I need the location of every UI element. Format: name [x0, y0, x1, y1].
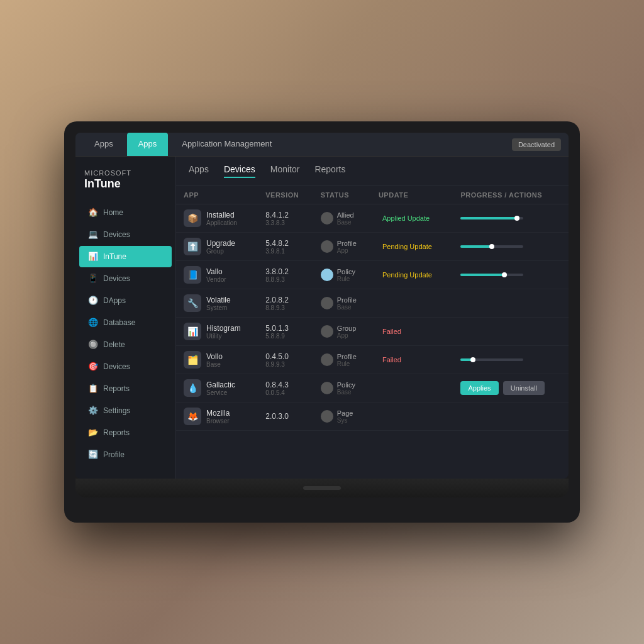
- app-name-text: Volatile: [206, 296, 231, 304]
- cell-status: Allied Base: [313, 204, 371, 233]
- cell-update: Pending Update: [371, 261, 453, 289]
- devices-icon-3: 🎯: [88, 362, 98, 372]
- version-main: 5.4.8.2: [265, 239, 305, 248]
- update-badge: Failed: [379, 326, 405, 336]
- sidebar-item-home[interactable]: 🏠 Home: [79, 202, 172, 223]
- home-icon: 🏠: [88, 208, 98, 218]
- app-sub-text: Base: [206, 361, 223, 368]
- progress-dot[interactable]: [470, 357, 475, 362]
- version-sub: 8.8.9.3: [265, 276, 305, 283]
- app-sub-text: Browser: [206, 418, 230, 425]
- table-row[interactable]: 🗂️ Vollo Base 0.4.5.0 8.9.9.3 Profile Ru…: [176, 346, 569, 374]
- devices-icon-2: 📱: [88, 274, 98, 284]
- status-sub: Base: [337, 219, 354, 226]
- cell-update: [371, 289, 453, 318]
- sidebar-item-settings[interactable]: ⚙️ Settings: [79, 400, 172, 421]
- table-row[interactable]: 📘 Vallo Vendor 3.8.0.2 8.8.9.3 Policy Ru…: [176, 261, 569, 289]
- profile-icon: 🔄: [88, 450, 98, 460]
- cell-app-name: 🦊 Mozilla Browser: [176, 402, 258, 431]
- status-sub: Base: [337, 304, 357, 311]
- col-update: Update: [371, 186, 453, 204]
- status-dot: [321, 212, 333, 225]
- cell-app-name: 🗂️ Vollo Base: [176, 346, 258, 374]
- sidebar-label-devices1: Devices: [103, 230, 130, 239]
- version-sub: 8.9.9.3: [265, 361, 305, 368]
- apply-button[interactable]: Applies: [460, 381, 498, 395]
- table-row[interactable]: 🔧 Volatile System 2.0.8.2 8.8.9.3 Profil…: [176, 289, 569, 318]
- progress-dot[interactable]: [514, 216, 519, 221]
- progress-bar: [460, 217, 523, 219]
- status-sub: Sys: [337, 417, 353, 424]
- status-dot: [321, 410, 333, 423]
- app-name-text: Vallo: [206, 267, 226, 276]
- sidebar-label-devices2: Devices: [103, 274, 130, 283]
- cell-status: Policy Rule: [313, 261, 371, 289]
- status-sub: App: [337, 332, 357, 339]
- version-main: 8.4.1.2: [265, 211, 305, 219]
- sidebar-item-reports1[interactable]: 📋 Reports: [79, 378, 172, 399]
- subnav-reports[interactable]: Reports: [314, 164, 345, 178]
- subnav-monitor[interactable]: Monitor: [270, 164, 300, 178]
- sidebar-label-reports1: Reports: [103, 384, 130, 393]
- cell-update: [371, 402, 453, 431]
- sidebar-item-delete[interactable]: 🔘 Delete: [79, 334, 172, 355]
- app-sub-text: Vendor: [206, 276, 226, 283]
- sidebar-item-profile[interactable]: 🔄 Profile: [79, 444, 172, 465]
- status-label: Policy: [337, 381, 355, 389]
- col-version: Version: [258, 186, 313, 204]
- app-name-text: Upgrade: [206, 239, 235, 248]
- status-dot: [321, 269, 333, 281]
- tab-apps-1[interactable]: Apps: [83, 133, 125, 156]
- app-icon: 📊: [184, 323, 201, 340]
- progress-bar: [460, 358, 523, 361]
- sidebar-label-database: Database: [103, 318, 135, 327]
- content-area: Microsoft InTune 🏠 Home 💻 Devices 📊 InTu…: [75, 157, 569, 479]
- status-label: Policy: [337, 268, 355, 275]
- sidebar-item-devices3[interactable]: 🎯 Devices: [79, 356, 172, 377]
- cell-progress: [453, 204, 569, 233]
- app-icon: 📦: [184, 209, 201, 227]
- progress-dot[interactable]: [502, 272, 507, 277]
- table-row[interactable]: 🦊 Mozilla Browser 2.0.3.0 Page Sys: [176, 402, 569, 431]
- progress-bar: [460, 245, 523, 248]
- subnav-devices[interactable]: Devices: [224, 164, 255, 178]
- progress-fill: [460, 217, 517, 219]
- progress-dot[interactable]: [489, 244, 494, 249]
- top-nav: Apps Apps Application Management Deactiv…: [75, 133, 569, 157]
- sidebar-item-reports2[interactable]: 📂 Reports: [79, 422, 172, 443]
- app-icon: 📘: [184, 266, 201, 284]
- col-status: Status: [313, 186, 371, 204]
- update-badge: Pending Update: [379, 270, 436, 280]
- app-name-text: Mozilla: [206, 409, 230, 418]
- uninstall-button[interactable]: Uninstall: [503, 381, 545, 395]
- sidebar-item-devices1[interactable]: 💻 Devices: [79, 224, 172, 245]
- status-label: Profile: [337, 353, 357, 360]
- table-row[interactable]: 📦 Installed Application 8.4.1.2 3.3.8.3 …: [176, 204, 569, 233]
- version-main: 0.4.5.0: [265, 352, 305, 361]
- version-sub: 3.3.8.3: [265, 219, 305, 226]
- cell-update: Pending Update: [371, 233, 453, 261]
- col-app: App: [176, 186, 258, 204]
- table-row[interactable]: 💧 Gallactic Service 0.8.4.3 0.0.5.4 Poli…: [176, 374, 569, 402]
- laptop-frame: Apps Apps Application Management Deactiv…: [64, 121, 580, 523]
- table-row[interactable]: 📊 Histogram Utility 5.0.1.3 5.8.8.9 Grou…: [176, 318, 569, 346]
- status-dot: [321, 353, 333, 366]
- tab-app-management[interactable]: Application Management: [170, 133, 283, 156]
- screen: Apps Apps Application Management Deactiv…: [75, 133, 569, 479]
- update-badge: Applied Update: [379, 213, 433, 223]
- cell-update: [371, 374, 453, 402]
- reports-icon-1: 📋: [88, 384, 98, 394]
- tab-apps-active[interactable]: Apps: [127, 133, 169, 156]
- version-sub: 3.9.8.1: [265, 248, 305, 255]
- sidebar-item-devices2[interactable]: 📱 Devices: [79, 268, 172, 289]
- sidebar-item-dapps[interactable]: 🕐 DApps: [79, 290, 172, 311]
- app-sub-text: System: [206, 304, 231, 311]
- sidebar-item-database[interactable]: 🌐 Database: [79, 312, 172, 333]
- sidebar-item-intune[interactable]: 📊 InTune: [79, 246, 172, 267]
- table-row[interactable]: ⬆️ Upgrade Group 5.4.8.2 3.9.8.1 Profile…: [176, 233, 569, 261]
- cell-version: 5.4.8.2 3.9.8.1: [258, 233, 313, 261]
- sidebar-label-settings: Settings: [103, 406, 130, 415]
- cell-status: Group App: [313, 318, 371, 346]
- cell-progress: [453, 318, 569, 346]
- subnav-apps[interactable]: Apps: [189, 164, 209, 178]
